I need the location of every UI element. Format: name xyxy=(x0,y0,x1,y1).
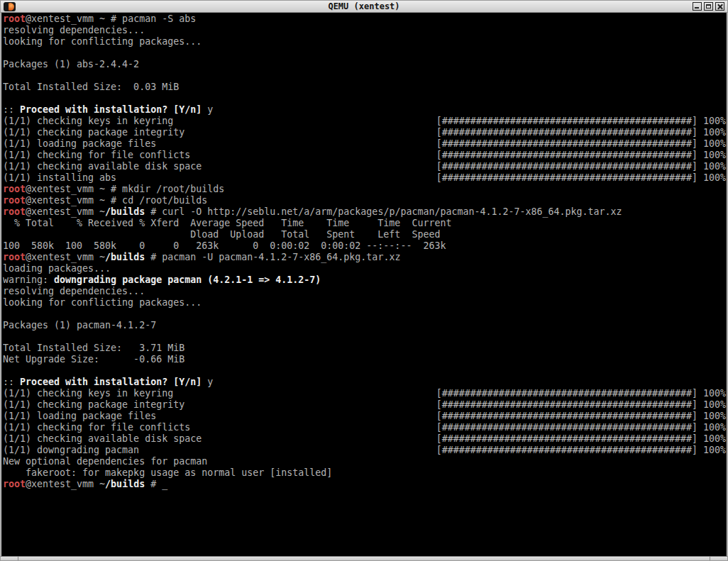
terminal-line: Packages (1) pacman-4.1.2-7 xyxy=(3,320,727,331)
terminal-text: Proceed with installation? [Y/n] xyxy=(20,104,202,115)
terminal-text: y xyxy=(202,104,213,115)
terminal-text: root xyxy=(3,184,26,194)
terminal-text: (1/1) loading package files xyxy=(3,138,156,149)
terminal-text: /builds xyxy=(105,206,145,217)
terminal-line: root@xentest_vmm ~/builds # curl -O http… xyxy=(3,206,727,218)
terminal-text: :: xyxy=(3,377,20,387)
terminal-text: Total Installed Size: 0.03 MiB xyxy=(3,82,179,92)
minimize-button[interactable] xyxy=(693,2,702,11)
terminal-text: @xentest_vmm ~ xyxy=(26,206,105,217)
terminal-text: (1/1) downgrading pacman xyxy=(3,445,139,455)
terminal-line: (1/1) loading package files[############… xyxy=(3,411,727,422)
terminal-line: % Total % Received % Xferd Average Speed… xyxy=(3,218,727,229)
terminal-line: fakeroot: for makepkg usage as normal us… xyxy=(3,467,727,479)
terminal-text: (1/1) checking keys in keyring xyxy=(3,388,173,399)
terminal-text: (1/1) checking available disk space xyxy=(3,161,202,172)
terminal-text: [#######################################… xyxy=(436,422,726,433)
terminal-text: loading packages... xyxy=(3,263,111,274)
terminal-text: 100 580k 100 580k 0 0 263k 0 0:00:02 0:0… xyxy=(3,240,446,251)
terminal-line xyxy=(3,331,727,343)
terminal-line: (1/1) installing abs[###################… xyxy=(3,172,727,184)
terminal-text: # xyxy=(145,479,162,489)
terminal-text: looking for conflicting packages... xyxy=(3,36,202,47)
terminal-line: New optional dependencies for pacman xyxy=(3,456,727,467)
terminal-text: [#######################################… xyxy=(436,116,726,127)
terminal-text: warning: xyxy=(3,274,54,285)
terminal-line: (1/1) checking for file conflicts[######… xyxy=(3,150,727,161)
terminal-text: (1/1) loading package files xyxy=(3,411,156,421)
close-button[interactable] xyxy=(715,2,724,11)
terminal-line: (1/1) checking package integrity[#######… xyxy=(3,127,727,138)
terminal-text: (1/1) installing abs xyxy=(3,172,116,183)
terminal-text: [#######################################… xyxy=(436,399,726,411)
terminal-line xyxy=(3,365,727,377)
terminal-text: /builds xyxy=(105,479,145,489)
terminal-line: (1/1) checking available disk space[####… xyxy=(3,433,727,445)
terminal-cursor: _ xyxy=(162,479,167,489)
terminal-text: @xentest_vmm ~ # mkdir /root/builds xyxy=(26,184,224,194)
terminal-text: :: xyxy=(3,104,20,115)
terminal-line xyxy=(3,70,727,82)
terminal-text: /builds xyxy=(105,252,145,262)
terminal-line: looking for conflicting packages... xyxy=(3,36,727,48)
window-title: QEMU (xentest) xyxy=(1,1,727,12)
terminal-screen[interactable]: root@xentest_vmm ~ # pacman -S absresolv… xyxy=(1,13,727,556)
maximize-button[interactable] xyxy=(704,2,713,11)
terminal-line: Dload Upload Total Spent Left Speed xyxy=(3,229,727,240)
terminal-line: Packages (1) abs-2.4.4-2 xyxy=(3,59,727,70)
terminal-line: root@xentest_vmm ~/builds # pacman -U pa… xyxy=(3,252,727,263)
terminal-line: root@xentest_vmm ~ # pacman -S abs xyxy=(3,13,727,25)
terminal-line xyxy=(3,48,727,59)
terminal-line xyxy=(3,309,727,320)
terminal-text: @xentest_vmm ~ # cd /root/builds xyxy=(26,195,207,206)
terminal-text: [#######################################… xyxy=(436,411,726,422)
terminal-text: (1/1) checking available disk space xyxy=(3,433,202,444)
terminal-text: downgrading package pacman (4.2.1-1 => 4… xyxy=(54,274,321,285)
terminal-text: y xyxy=(202,377,213,387)
terminal-text: # pacman -U pacman-4.1.2-7-x86_64.pkg.ta… xyxy=(145,252,400,262)
window-buttons xyxy=(693,2,724,11)
terminal-text: [#######################################… xyxy=(436,150,726,161)
terminal-text: resolving dependencies... xyxy=(3,25,145,35)
terminal-text: [#######################################… xyxy=(436,388,726,399)
terminal-text: (1/1) checking package integrity xyxy=(3,127,184,138)
terminal-text: Packages (1) pacman-4.1.2-7 xyxy=(3,320,156,331)
terminal-text: [#######################################… xyxy=(436,445,726,456)
terminal-line: (1/1) checking available disk space[####… xyxy=(3,161,727,172)
terminal-line: :: Proceed with installation? [Y/n] y xyxy=(3,104,727,116)
qemu-logo-icon[interactable] xyxy=(4,2,16,11)
terminal-text: @xentest_vmm ~ xyxy=(26,252,105,262)
terminal-text: fakeroot: for makepkg usage as normal us… xyxy=(3,467,332,478)
terminal-line: warning: downgrading package pacman (4.2… xyxy=(3,274,727,286)
terminal-line: loading packages... xyxy=(3,263,727,274)
terminal-text: (1/1) checking for file conflicts xyxy=(3,150,190,160)
terminal-text: Total Installed Size: 3.71 MiB xyxy=(3,343,184,353)
terminal-text: @xentest_vmm ~ # pacman -S abs xyxy=(26,13,196,24)
terminal-text: % Total % Received % Xferd Average Speed… xyxy=(3,218,451,228)
terminal-text: Net Upgrade Size: -0.66 MiB xyxy=(3,354,184,365)
terminal-text: root xyxy=(3,13,26,24)
terminal-line: Total Installed Size: 0.03 MiB xyxy=(3,82,727,93)
terminal-text: New optional dependencies for pacman xyxy=(3,456,207,467)
terminal-text: Proceed with installation? [Y/n] xyxy=(20,377,202,387)
terminal-line: (1/1) checking package integrity[#######… xyxy=(3,399,727,411)
terminal-text: root xyxy=(3,195,26,206)
terminal-line: (1/1) checking keys in keyring[#########… xyxy=(3,116,727,127)
terminal-text: root xyxy=(3,206,26,217)
window-resize-bar[interactable] xyxy=(1,556,727,561)
terminal-text: [#######################################… xyxy=(436,172,726,184)
terminal-line: root@xentest_vmm ~ # mkdir /root/builds xyxy=(3,184,727,195)
terminal-line: (1/1) checking keys in keyring[#########… xyxy=(3,388,727,399)
terminal-line: 100 580k 100 580k 0 0 263k 0 0:00:02 0:0… xyxy=(3,240,727,252)
terminal-line: looking for conflicting packages... xyxy=(3,297,727,309)
terminal-line: root@xentest_vmm ~ # cd /root/builds xyxy=(3,195,727,206)
terminal-text: Packages (1) abs-2.4.4-2 xyxy=(3,59,139,70)
terminal-line: :: Proceed with installation? [Y/n] y xyxy=(3,377,727,388)
terminal-text: [#######################################… xyxy=(436,433,726,445)
terminal-line: (1/1) downgrading pacman[###############… xyxy=(3,445,727,456)
window-titlebar: QEMU (xentest) xyxy=(1,1,727,13)
terminal-text: (1/1) checking package integrity xyxy=(3,399,184,410)
terminal-text: @xentest_vmm ~ xyxy=(26,479,105,489)
terminal-text: [#######################################… xyxy=(436,161,726,172)
terminal-line: (1/1) loading package files[############… xyxy=(3,138,727,150)
